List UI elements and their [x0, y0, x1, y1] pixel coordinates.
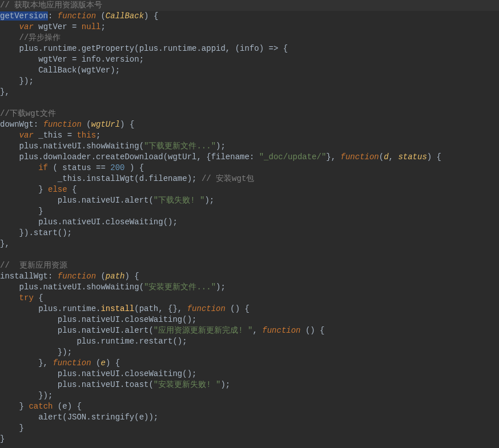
code-line: plus.nativeUI.alert("下载失败! "); [0, 195, 499, 206]
code-line: } [0, 434, 499, 445]
code-line: plus.nativeUI.closeWaiting(); [0, 314, 499, 325]
code-line: } catch (e) { [0, 401, 499, 412]
code-line: var wgtVer = null; [0, 22, 499, 33]
code-line: plus.downloader.createDownload(wgtUrl, {… [0, 152, 499, 163]
code-line: plus.nativeUI.closeWaiting(); [0, 369, 499, 380]
code-line: plus.nativeUI.closeWaiting(); [0, 217, 499, 228]
code-line: }); [0, 390, 499, 401]
code-line: var _this = this; [0, 130, 499, 141]
code-line: plus.nativeUI.toast("安装更新失败! "); [0, 380, 499, 390]
code-line: plus.runtime.restart(); [0, 336, 499, 347]
code-line: alert(JSON.stringify(e)); [0, 412, 499, 423]
code-line: }).start(); [0, 228, 499, 239]
code-editor[interactable]: // 获取本地应用资源版本号 getVersion: function (Cal… [0, 0, 499, 445]
code-line: }, [0, 87, 499, 98]
code-line: }); [0, 76, 499, 87]
code-line: plus.nativeUI.showWaiting("下载更新文件..."); [0, 141, 499, 152]
code-line: if ( status == 200 ) { [0, 163, 499, 173]
code-line: } [0, 423, 499, 434]
code-line: // 获取本地应用资源版本号 [0, 0, 499, 11]
code-line: }, [0, 239, 499, 249]
code-line [0, 249, 499, 260]
code-line: } [0, 206, 499, 217]
code-line: //异步操作 [0, 33, 499, 43]
code-line: plus.nativeUI.showWaiting("安装更新文件..."); [0, 282, 499, 293]
code-line: getVersion: function (CallBack) { [0, 11, 499, 22]
code-line: // 更新应用资源 [0, 260, 499, 271]
code-line: plus.runtime.getProperty(plus.runtime.ap… [0, 43, 499, 54]
code-line: plus.nativeUI.alert("应用资源更新更新完成! ", func… [0, 325, 499, 336]
code-line: downWgt: function (wgtUrl) { [0, 119, 499, 130]
code-line: }); [0, 347, 499, 358]
code-line: installWgt: function (path) { [0, 271, 499, 282]
code-line: plus.runtime.install(path, {}, function … [0, 304, 499, 314]
code-line: try { [0, 293, 499, 304]
code-line: } else { [0, 184, 499, 195]
selection: getVersion [0, 11, 48, 21]
code-line [0, 98, 499, 108]
comment: // 获取本地应用资源版本号 [0, 1, 102, 10]
code-line: }, function (e) { [0, 358, 499, 369]
code-line: //下载wgt文件 [0, 108, 499, 119]
code-line: wgtVer = info.version; [0, 54, 499, 65]
code-line: CallBack(wgtVer); [0, 65, 499, 76]
code-line: _this.installWgt(d.filename); // 安装wgt包 [0, 173, 499, 184]
